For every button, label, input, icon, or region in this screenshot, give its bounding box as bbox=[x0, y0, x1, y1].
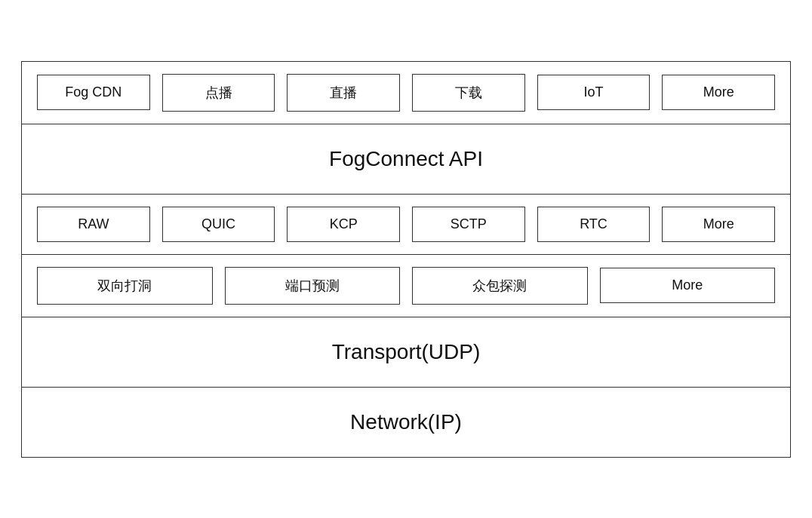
row1-items: Fog CDN 点播 直播 下载 IoT More bbox=[22, 62, 790, 124]
row5-transport-layer: Transport(UDP) bbox=[21, 317, 791, 388]
item-rtc[interactable]: RTC bbox=[537, 207, 651, 242]
row1-fog-cdn-layer: Fog CDN 点播 直播 下载 IoT More bbox=[21, 61, 791, 124]
item-kcp[interactable]: KCP bbox=[287, 207, 400, 242]
item-more-row1[interactable]: More bbox=[662, 75, 775, 110]
item-fog-cdn[interactable]: Fog CDN bbox=[37, 75, 150, 110]
item-双向打洞[interactable]: 双向打洞 bbox=[37, 267, 213, 305]
row3-protocol-layer: RAW QUIC KCP SCTP RTC More bbox=[21, 195, 791, 255]
item-more-row4[interactable]: More bbox=[600, 268, 776, 303]
transport-udp-label: Transport(UDP) bbox=[332, 340, 481, 364]
row6-network-layer: Network(IP) bbox=[21, 388, 791, 458]
item-下载[interactable]: 下载 bbox=[412, 74, 525, 112]
item-raw[interactable]: RAW bbox=[37, 207, 150, 242]
row4-nat-layer: 双向打洞 端口预测 众包探测 More bbox=[21, 255, 791, 317]
item-sctp[interactable]: SCTP bbox=[412, 207, 525, 242]
row4-items: 双向打洞 端口预测 众包探测 More bbox=[22, 255, 790, 317]
item-众包探测[interactable]: 众包探测 bbox=[412, 267, 588, 305]
row3-items: RAW QUIC KCP SCTP RTC More bbox=[22, 195, 790, 254]
item-iot[interactable]: IoT bbox=[537, 75, 651, 110]
diagram: Fog CDN 点播 直播 下载 IoT More FogConnect API… bbox=[21, 61, 791, 458]
item-more-row3[interactable]: More bbox=[662, 207, 775, 242]
item-直播[interactable]: 直播 bbox=[287, 74, 400, 112]
item-端口预测[interactable]: 端口预测 bbox=[225, 267, 401, 305]
item-quic[interactable]: QUIC bbox=[162, 207, 275, 242]
item-点播[interactable]: 点播 bbox=[162, 74, 275, 112]
fogconnect-api-label: FogConnect API bbox=[329, 147, 483, 171]
row2-fogconnect-api: FogConnect API bbox=[21, 124, 791, 195]
network-ip-label: Network(IP) bbox=[350, 410, 462, 434]
